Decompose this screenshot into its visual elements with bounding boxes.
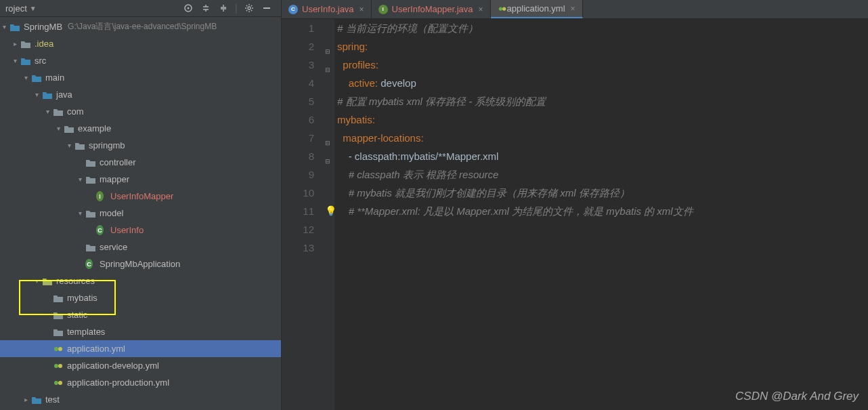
svg-point-9 — [58, 381, 62, 385]
code-line[interactable]: # mybatis 就是我们刚才创建的目录（用来存储 xml 保存路径） — [337, 184, 868, 202]
editor-area: CUserInfo.java×IUserInfoMapper.java×appl… — [282, 0, 868, 410]
svg-point-10 — [498, 7, 502, 10]
file-icon — [53, 344, 64, 354]
tree-row[interactable]: ▾SpringMBG:\Java语言\java-ee-advanced\Spri… — [0, 18, 281, 35]
file-icon — [85, 242, 96, 253]
expand-arrow-icon[interactable]: ▸ — [22, 396, 30, 403]
expand-arrow-icon[interactable]: ▾ — [76, 176, 84, 183]
tree-label: com — [67, 106, 84, 117]
code-content[interactable]: # 当前运行的环境（配置文件）spring: profiles: active:… — [334, 19, 868, 410]
tree-row[interactable]: templates — [0, 323, 281, 340]
tree-row[interactable]: application-develop.yml — [0, 357, 281, 374]
target-icon[interactable] — [183, 3, 193, 13]
expand-arrow-icon[interactable]: ▾ — [0, 23, 8, 30]
code-line[interactable]: # 配置 mybatis xml 保存路径 - 系统级别的配置 — [337, 92, 868, 110]
tree-row[interactable]: ▸.idea — [0, 35, 281, 52]
tree-label: .idea — [35, 39, 53, 49]
tree-label: springmb — [89, 140, 125, 150]
tree-row[interactable]: ▸test — [0, 391, 281, 408]
tree-row[interactable]: ▾main — [0, 69, 281, 86]
tree-label: src — [35, 56, 46, 66]
expand-arrow-icon[interactable]: ▾ — [76, 209, 84, 217]
expand-arrow-icon[interactable]: ▾ — [43, 108, 51, 115]
tree-row[interactable]: controller — [0, 154, 281, 171]
tree-label: example — [78, 123, 111, 134]
tree-label: main — [45, 73, 64, 83]
code-line[interactable]: 💡 # **Mapper.xml: 凡是以 Mapper.xml 为结尾的文件，… — [337, 202, 868, 220]
expand-arrow-icon[interactable]: ▾ — [65, 142, 73, 149]
code-line[interactable]: profiles: — [337, 56, 868, 74]
tree-label: service — [100, 242, 127, 252]
chevron-down-icon[interactable]: ▼ — [30, 5, 37, 12]
code-line[interactable]: - classpath:mybatis/**Mapper.xml — [337, 147, 868, 165]
tree-label: controller — [100, 157, 135, 167]
close-icon[interactable]: × — [479, 5, 483, 14]
tree-label: model — [100, 208, 123, 218]
file-icon — [53, 327, 64, 337]
expand-arrow-icon[interactable]: ▾ — [11, 57, 19, 64]
tree-label: application.yml — [67, 344, 125, 354]
tree-row[interactable]: ▾resources — [0, 272, 281, 289]
tree-row[interactable]: ▾model — [0, 205, 281, 222]
minimize-icon[interactable] — [262, 7, 272, 9]
file-icon: I — [96, 191, 107, 202]
project-title: roject — [5, 3, 27, 14]
file-icon — [31, 394, 42, 405]
tree-row[interactable]: mybatis — [0, 289, 281, 306]
tree-label: mapper — [100, 174, 129, 184]
close-icon[interactable]: × — [360, 5, 364, 14]
tree-row[interactable]: ▾com — [0, 103, 281, 120]
code-line[interactable]: mybatis: — [337, 110, 868, 129]
watermark: CSDN @Dark And Grey — [735, 390, 859, 403]
close-icon[interactable]: × — [571, 4, 576, 14]
collapse-icon[interactable] — [219, 3, 228, 13]
svg-point-1 — [187, 7, 189, 9]
file-icon — [31, 73, 42, 83]
expand-arrow-icon[interactable]: ▾ — [32, 277, 41, 285]
tree-row[interactable]: CUserInfo — [0, 222, 281, 239]
tree-label: templates — [67, 327, 105, 337]
code-line[interactable]: mapper-locations: — [337, 129, 868, 147]
code-line[interactable]: # 当前运行的环境（配置文件） — [337, 19, 868, 37]
bulb-icon[interactable]: 💡 — [325, 202, 337, 220]
tree-row[interactable]: CSpringMbApplication — [0, 255, 281, 272]
expand-arrow-icon[interactable]: ▾ — [54, 125, 62, 132]
editor-tab[interactable]: application.yml× — [491, 0, 583, 18]
editor-tab[interactable]: CUserInfo.java× — [282, 0, 372, 18]
file-icon — [20, 39, 31, 49]
tree-label: resources — [56, 276, 95, 286]
code-line[interactable]: active: develop — [337, 74, 868, 92]
svg-point-11 — [502, 7, 506, 10]
code-line[interactable]: spring: — [337, 37, 868, 56]
expand-arrow-icon[interactable]: ▸ — [11, 40, 19, 47]
code-line[interactable]: # classpath 表示 根路径 resource — [337, 165, 868, 184]
file-icon: C — [96, 225, 107, 236]
tree-row[interactable]: static — [0, 306, 281, 323]
tree-path: G:\Java语言\java-ee-advanced\SpringMB — [68, 21, 217, 33]
tree-row[interactable]: ▾java — [0, 86, 281, 103]
tree-row[interactable]: ▾springmb — [0, 137, 281, 154]
tree-row[interactable]: application-production.yml — [0, 374, 281, 391]
tree-row[interactable]: application.yml — [0, 340, 281, 357]
tree-row[interactable]: ▾example — [0, 120, 281, 137]
expand-icon[interactable] — [201, 3, 211, 13]
project-tree[interactable]: ▾SpringMBG:\Java语言\java-ee-advanced\Spri… — [0, 17, 281, 410]
editor-tab[interactable]: IUserInfoMapper.java× — [372, 0, 491, 18]
code-editor[interactable]: 12345678910111213 ⊟⊟⊟⊟ # 当前运行的环境（配置文件）sp… — [282, 19, 868, 410]
file-icon — [53, 310, 64, 321]
tree-label: SpringMB — [24, 22, 62, 32]
file-icon — [20, 56, 31, 66]
expand-arrow-icon[interactable]: ▾ — [32, 91, 41, 98]
gear-icon[interactable] — [244, 3, 254, 13]
tree-label: application-develop.yml — [67, 361, 159, 371]
tree-row[interactable]: ▾mapper — [0, 171, 281, 188]
tree-label: UserInfoMapper — [110, 191, 173, 201]
tree-row[interactable]: IUserInfoMapper — [0, 188, 281, 205]
tree-row[interactable]: ▾src — [0, 52, 281, 69]
file-icon — [9, 22, 20, 33]
tab-label: application.yml — [507, 3, 565, 14]
project-header: roject ▼ | — [0, 0, 281, 17]
tree-row[interactable]: service — [0, 239, 281, 255]
svg-point-2 — [248, 7, 251, 9]
expand-arrow-icon[interactable]: ▾ — [22, 74, 30, 81]
